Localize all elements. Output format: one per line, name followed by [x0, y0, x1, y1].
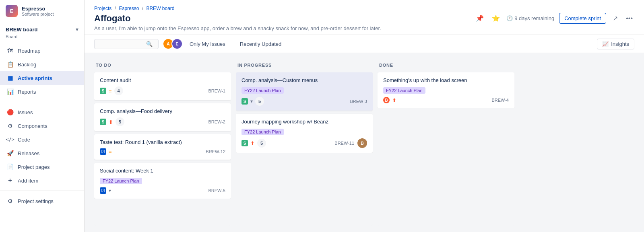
column-inprogress: IN PROGRESS Comp. analysis—Custom menus … — [236, 60, 373, 226]
sidebar-item-backlog-label: Backlog — [18, 62, 36, 68]
code-icon: </> — [6, 136, 14, 143]
card-brew-3-footer: S ▾ 5 BREW-3 — [242, 97, 367, 106]
divider-2 — [0, 191, 84, 191]
card-brew-3-title: Comp. analysis—Custom menus — [242, 77, 367, 83]
card-brew-4-id: BREW-4 — [491, 98, 509, 103]
card-brew-1-title: Content audit — [100, 77, 225, 83]
card-brew-2-title: Comp. analysis—Food delivery — [100, 108, 225, 114]
subtask-type-icon: ☑ — [100, 148, 106, 155]
recently-updated-button[interactable]: Recently Updated — [235, 39, 287, 49]
card-brew-4-title: Something's up with the load screen — [383, 77, 509, 83]
avatar-group: A E — [163, 38, 180, 49]
sidebar-item-roadmap[interactable]: 🗺 Roadmap — [0, 44, 84, 57]
sidebar-item-components[interactable]: ⚙ Components — [0, 119, 84, 133]
project-icon: E — [6, 5, 18, 17]
card-brew-5-tag: FY22 Launch Plan — [100, 178, 142, 184]
card-brew-12[interactable]: Taste test: Round 1 (vanilla extract) ☑ … — [94, 134, 231, 160]
sidebar-item-code[interactable]: </> Code — [0, 133, 84, 146]
sidebar-item-project-settings[interactable]: ⚙ Project settings — [0, 194, 84, 208]
project-pages-icon: 📄 — [6, 163, 14, 170]
priority-high-icon: ⬆ — [109, 119, 113, 125]
subtask-type-icon-2: ☑ — [100, 187, 106, 194]
card-brew-4-footer: B ⬆ BREW-4 — [383, 97, 509, 103]
sidebar-item-active-sprints-label: Active sprints — [18, 75, 52, 81]
sidebar-item-add-item[interactable]: + Add item — [0, 174, 84, 187]
column-inprogress-cards: Comp. analysis—Custom menus FY22 Launch … — [236, 72, 373, 153]
star-button[interactable]: ⭐ — [490, 13, 502, 24]
sidebar-item-issues[interactable]: 🔴 Issues — [0, 105, 84, 119]
project-type: Software project — [22, 12, 54, 16]
priority-high-icon-3: ⬆ — [392, 97, 396, 103]
chevron-down-icon-2: ▾ — [250, 99, 253, 104]
share-button[interactable]: ↗ — [611, 13, 619, 24]
active-sprints-icon: ▦ — [6, 74, 14, 82]
project-settings-icon: ⚙ — [6, 197, 14, 205]
column-inprogress-header: IN PROGRESS — [236, 60, 373, 72]
sidebar-item-project-settings-label: Project settings — [18, 198, 54, 204]
releases-icon: 🚀 — [6, 150, 14, 157]
story-type-icon-2: S — [100, 119, 106, 125]
pin-button[interactable]: 📌 — [474, 13, 485, 24]
sidebar-item-releases[interactable]: 🚀 Releases — [0, 146, 84, 160]
sidebar-item-code-label: Code — [18, 137, 30, 143]
breadcrumb-projects[interactable]: Projects — [94, 6, 111, 11]
breadcrumb-espresso[interactable]: Espresso — [119, 6, 139, 11]
card-brew-3-tag: FY22 Launch Plan — [242, 87, 284, 94]
more-options-button[interactable]: ••• — [624, 13, 634, 24]
card-brew-2-footer: S ⬆ 5 BREW-2 — [100, 117, 225, 126]
card-brew-12-title: Taste test: Round 1 (vanilla extract) — [100, 139, 225, 145]
main-content: Projects / Espresso / BREW board Affogat… — [85, 0, 644, 232]
sidebar-item-reports[interactable]: 📊 Reports — [0, 85, 84, 99]
card-brew-3-left: S ▾ 5 — [242, 97, 264, 106]
insights-label: Insights — [611, 41, 629, 47]
complete-sprint-button[interactable]: Complete sprint — [559, 13, 606, 24]
breadcrumb-brew-board[interactable]: BREW board — [146, 6, 174, 11]
story-points: 4 — [114, 86, 123, 95]
card-brew-4-left: B ⬆ — [383, 97, 396, 103]
card-brew-11-id: BREW-11 — [334, 141, 354, 146]
card-brew-11-avatar: B — [357, 138, 367, 148]
card-brew-1[interactable]: Content audit S ≡ 4 BREW-1 — [94, 72, 231, 100]
my-issues-button[interactable]: Only My Issues — [184, 39, 231, 49]
card-brew-4[interactable]: Something's up with the load screen FY22… — [378, 72, 514, 108]
column-todo: TO DO Content audit S ≡ 4 BREW-1 — [94, 60, 231, 226]
card-brew-5-footer: ☑ ▾ BREW-5 — [100, 187, 225, 194]
divider-1 — [0, 102, 84, 102]
board-collapse-icon[interactable]: ▾ — [76, 26, 78, 33]
card-brew-3[interactable]: Comp. analysis—Custom menus FY22 Launch … — [236, 72, 373, 111]
breadcrumb: Projects / Espresso / BREW board — [94, 6, 634, 11]
board-toolbar: 🔍 A E Only My Issues Recently Updated 📈 … — [85, 35, 644, 53]
sidebar-item-project-pages[interactable]: 📄 Project pages — [0, 160, 84, 174]
sidebar-item-components-label: Components — [18, 123, 47, 129]
sidebar-item-active-sprints[interactable]: ▦ Active sprints — [0, 71, 84, 85]
column-done-header: DONE — [378, 60, 514, 72]
insights-button[interactable]: 📈 Insights — [597, 39, 634, 49]
card-brew-3-id: BREW-3 — [350, 99, 367, 104]
breadcrumb-sep-1: / — [115, 6, 116, 11]
avatar-2[interactable]: E — [171, 38, 183, 49]
project-header[interactable]: E Espresso Software project — [0, 0, 84, 22]
story-type-icon: S — [100, 88, 106, 94]
search-icon: 🔍 — [146, 41, 153, 47]
card-brew-1-left: S ≡ 4 — [100, 86, 123, 95]
card-brew-11-title: Journey mapping workshop w/ Beanz — [242, 119, 367, 125]
issues-icon: 🔴 — [6, 109, 14, 116]
search-box[interactable]: 🔍 — [94, 39, 159, 49]
card-brew-12-left: ☑ ≡ — [100, 148, 112, 155]
story-points-4: 5 — [257, 139, 266, 148]
card-brew-12-id: BREW-12 — [206, 149, 225, 154]
card-brew-11-left: S ⬆ 5 — [242, 139, 266, 148]
priority-high-icon-2: ⬆ — [250, 140, 255, 146]
sidebar-item-backlog[interactable]: 📋 Backlog — [0, 57, 84, 71]
breadcrumb-sep-2: / — [142, 6, 143, 11]
column-todo-header: TO DO — [94, 60, 231, 72]
card-brew-2[interactable]: Comp. analysis—Food delivery S ⬆ 5 BREW-… — [94, 103, 231, 131]
bug-type-icon: B — [383, 97, 390, 103]
chevron-down-icon: ▾ — [109, 188, 111, 193]
search-input[interactable] — [98, 41, 146, 47]
header-actions: 📌 ⭐ 🕐 9 days remaining Complete sprint ↗… — [474, 13, 634, 24]
column-done: DONE Something's up with the load screen… — [378, 60, 514, 226]
card-brew-5[interactable]: Social content: Week 1 FY22 Launch Plan … — [94, 163, 231, 199]
board-type: Board — [0, 34, 84, 42]
card-brew-11[interactable]: Journey mapping workshop w/ Beanz FY22 L… — [236, 114, 373, 153]
